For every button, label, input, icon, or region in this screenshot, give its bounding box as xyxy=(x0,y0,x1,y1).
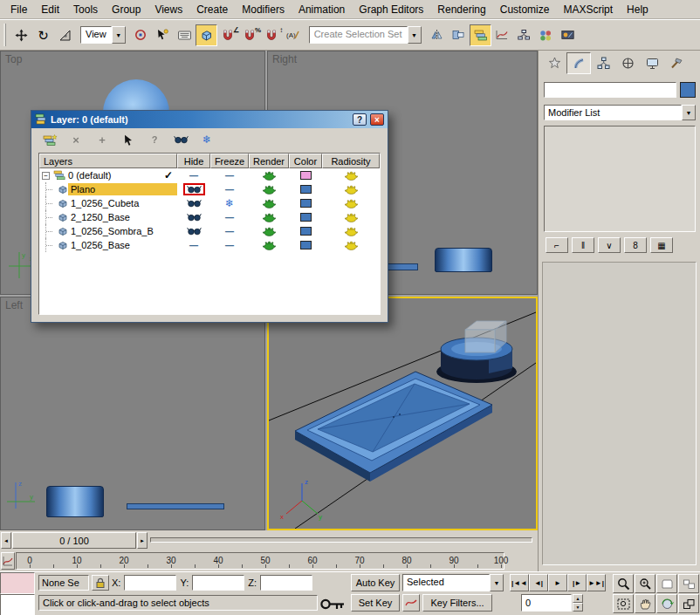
menu-customize[interactable]: Customize xyxy=(493,1,557,18)
menu-file[interactable]: File xyxy=(3,1,34,18)
expander-icon[interactable]: − xyxy=(42,172,50,180)
color-cell[interactable] xyxy=(289,196,322,210)
edit-named-selection-sets-icon[interactable]: (A) xyxy=(283,24,305,46)
zoom-all-button[interactable] xyxy=(635,574,655,593)
spinner-snap-toggle-icon[interactable]: ↕ xyxy=(261,24,283,46)
hide-cell[interactable] xyxy=(177,210,210,224)
layer-row-label[interactable]: 0 (default) xyxy=(65,169,177,181)
dialog-titlebar[interactable]: Layer: 0 (default) ? × xyxy=(31,111,388,128)
hide-cell[interactable]: — xyxy=(177,238,210,252)
select-objects-in-layer-button[interactable] xyxy=(119,132,138,147)
column-header-layers[interactable]: Layers xyxy=(39,154,177,168)
object-name-field[interactable] xyxy=(544,82,676,98)
schematic-view-icon[interactable] xyxy=(513,24,535,46)
chevron-down-icon[interactable]: ▼ xyxy=(112,26,126,44)
add-to-layer-button[interactable]: + xyxy=(93,132,112,147)
mirror-icon[interactable] xyxy=(426,24,448,46)
scene-object-bar[interactable] xyxy=(383,263,418,270)
layer-row-2-1250-base[interactable]: 2_1250_Base — xyxy=(39,210,380,224)
menu-rendering[interactable]: Rendering xyxy=(430,1,492,18)
frame-spinner[interactable]: ▲▼ xyxy=(573,594,583,612)
render-cell[interactable] xyxy=(249,224,289,238)
arc-rotate-button[interactable] xyxy=(656,594,677,613)
dialog-help-button[interactable]: ? xyxy=(353,113,367,126)
time-slider-next-icon[interactable]: ► xyxy=(137,532,148,549)
freeze-cell[interactable]: — xyxy=(210,238,249,252)
reference-coordinate-dropdown[interactable]: View▼ xyxy=(80,26,126,44)
coord-field-x[interactable] xyxy=(124,575,176,591)
radiosity-cell[interactable] xyxy=(322,210,380,224)
hide-cell[interactable] xyxy=(177,224,210,238)
render-cell[interactable] xyxy=(249,196,289,210)
toolbar-drag-handle[interactable] xyxy=(3,24,7,46)
min-max-toggle-button[interactable] xyxy=(678,594,699,613)
select-and-manipulate-icon[interactable] xyxy=(152,24,174,46)
open-mini-curve-editor-button[interactable] xyxy=(1,552,15,570)
curve-editor-icon[interactable] xyxy=(491,24,513,46)
play-button[interactable]: ► xyxy=(548,574,567,591)
go-to-end-button[interactable]: ►►| xyxy=(587,574,606,591)
chevron-down-icon[interactable]: ▼ xyxy=(682,105,696,120)
layer-row-1-0256-base[interactable]: 1_0256_Base — — xyxy=(39,238,380,252)
modifier-list-dropdown[interactable]: Modifier List ▼ xyxy=(544,105,696,120)
scene-object-cylinder[interactable] xyxy=(46,486,104,517)
radiosity-cell[interactable] xyxy=(322,182,380,196)
chevron-down-icon[interactable]: ▼ xyxy=(490,574,504,591)
layer-row-plano[interactable]: Plano — xyxy=(39,182,380,196)
radiosity-cell[interactable] xyxy=(322,224,380,238)
hide-cell[interactable] xyxy=(177,182,210,196)
tab-hierarchy[interactable] xyxy=(591,52,615,74)
zoom-button[interactable] xyxy=(613,574,634,593)
zoom-extents-button[interactable] xyxy=(656,574,677,593)
select-and-scale-icon[interactable] xyxy=(54,24,76,46)
scene-object-glass-box[interactable] xyxy=(465,321,506,352)
tab-utilities[interactable] xyxy=(664,52,689,74)
color-cell[interactable] xyxy=(289,168,322,182)
render-setup-icon[interactable] xyxy=(557,24,579,46)
delete-layer-button[interactable]: × xyxy=(66,132,86,147)
freeze-toggle-button[interactable]: ❄ xyxy=(197,132,216,147)
coord-field-z[interactable] xyxy=(260,575,312,591)
layer-help-button[interactable]: ? xyxy=(145,132,164,147)
column-header-hide[interactable]: Hide xyxy=(177,154,210,168)
freeze-cell[interactable]: — xyxy=(210,168,249,182)
layer-row-label[interactable]: 1_0256_Base xyxy=(68,239,177,251)
object-color-swatch[interactable] xyxy=(680,82,696,98)
color-cell[interactable] xyxy=(289,182,322,196)
tab-create[interactable] xyxy=(542,52,566,74)
render-cell[interactable] xyxy=(249,182,289,196)
time-slider-track[interactable] xyxy=(150,537,532,543)
dialog-close-icon[interactable]: × xyxy=(370,113,384,126)
layer-row-1-0256-cubeta[interactable]: 1_0256_Cubeta ❄ xyxy=(39,196,380,210)
key-filters-button[interactable]: Key Filters... xyxy=(422,594,492,612)
chevron-down-icon[interactable]: ▼ xyxy=(408,26,422,44)
column-header-radiosity[interactable]: Radiosity xyxy=(322,154,380,168)
modifier-stack[interactable] xyxy=(544,126,696,232)
hide-toggle-button[interactable] xyxy=(171,132,190,147)
tab-modify[interactable] xyxy=(566,52,591,74)
current-frame-field[interactable]: 0 xyxy=(521,594,572,612)
zoom-extents-all-button[interactable] xyxy=(678,574,699,593)
snaps-toggle-icon[interactable] xyxy=(196,24,217,46)
create-selection-set-combo[interactable]: Create Selection Set▼ xyxy=(309,26,422,44)
column-header-freeze[interactable]: Freeze xyxy=(210,154,249,168)
scene-object-cylinder[interactable] xyxy=(435,248,492,272)
color-cell[interactable] xyxy=(289,210,322,224)
viewport-perspective[interactable]: zxy xyxy=(267,297,538,530)
menu-help[interactable]: Help xyxy=(620,1,655,18)
layer-row-1-0256-sombra-b[interactable]: 1_0256_Sombra_B — xyxy=(39,224,380,238)
menu-animation[interactable]: Animation xyxy=(292,1,352,18)
menu-edit[interactable]: Edit xyxy=(34,1,66,18)
layer-row-0-default[interactable]: −0 (default)✓ — — xyxy=(39,168,380,182)
use-pivot-point-icon[interactable] xyxy=(130,24,152,46)
select-and-move-icon[interactable] xyxy=(10,24,32,46)
make-unique-button[interactable]: ∨ xyxy=(598,237,621,253)
remove-modifier-button[interactable]: 8 xyxy=(624,237,647,253)
go-to-start-button[interactable]: |◄◄ xyxy=(510,574,529,591)
scene-object-bar[interactable] xyxy=(127,503,224,509)
menu-graph-editors[interactable]: Graph Editors xyxy=(352,1,430,18)
coord-field-y[interactable] xyxy=(192,575,244,591)
radiosity-cell[interactable] xyxy=(322,238,380,252)
macro-recorder-mini-listener[interactable] xyxy=(0,572,35,594)
key-mode-dropdown[interactable]: Selected ▼ xyxy=(402,574,504,591)
